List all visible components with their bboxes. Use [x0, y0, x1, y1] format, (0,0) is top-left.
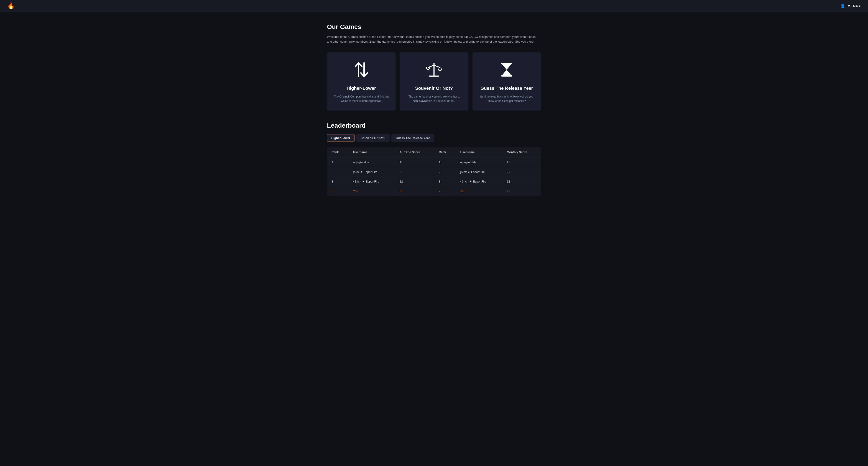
svg-rect-7	[501, 75, 512, 77]
leaderboard-double: Rank Username All Time Score 1 enjoytehr…	[327, 147, 541, 196]
menu-button[interactable]: 👤 MENU≡	[840, 3, 861, 8]
table-row: 2 You 21	[434, 186, 541, 196]
monthly-col-score: Monthly Score	[502, 147, 541, 158]
game-card-release-year[interactable]: Guess The Release Year It's time to go b…	[472, 52, 541, 111]
rank-cell: 2	[327, 186, 348, 196]
game-card-higher-lower[interactable]: Higher-Lower The Original! Compare two s…	[327, 52, 396, 111]
table-row: 2 jAlex ★ EsportFire 21	[434, 167, 541, 177]
svg-line-5	[434, 65, 440, 67]
table-row: 2 You 21	[327, 186, 434, 196]
person-icon: 👤	[840, 3, 845, 8]
tab-release-year[interactable]: Guess The Release Year	[392, 134, 434, 142]
score-cell: 21	[502, 186, 541, 196]
monthly-header-row: Rank Username Monthly Score	[434, 147, 541, 158]
monthly-table: Rank Username Monthly Score 1 enjoytehri…	[434, 147, 541, 196]
game-cards: Higher-Lower The Original! Compare two s…	[327, 52, 541, 111]
leaderboard-alltime: Rank Username All Time Score 1 enjoytehr…	[327, 147, 434, 196]
release-year-desc: It's time to go back in time! How well d…	[479, 94, 535, 103]
game-card-souvenir[interactable]: Souvenir Or Not? The game requires you t…	[400, 52, 468, 111]
rank-cell: 2	[434, 167, 456, 177]
table-row: 3 <3ric> ★ EsportFire 12	[434, 177, 541, 186]
page-title: Our Games	[327, 23, 541, 31]
rank-cell: 3	[327, 177, 348, 186]
username-cell: enjoytehride	[456, 157, 502, 167]
svg-rect-6	[501, 63, 512, 64]
score-cell: 21	[395, 157, 434, 167]
leaderboard-tabs: Higher Lower Souvenir Or Not? Guess The …	[327, 134, 541, 142]
logo[interactable]: 🔥	[7, 2, 14, 9]
score-cell: 12	[502, 177, 541, 186]
table-row: 1 enjoytehride 21	[327, 157, 434, 167]
table-row: 1 enjoytehride 21	[434, 157, 541, 167]
username-cell: enjoytehride	[348, 157, 395, 167]
username-cell: <3ric> ★ EsportFire	[456, 177, 502, 186]
score-cell: 21	[395, 167, 434, 177]
table-row: 2 jAlex ★ EsportFire 21	[327, 167, 434, 177]
alltime-table: Rank Username All Time Score 1 enjoytehr…	[327, 147, 434, 196]
page-description: Welcome to the Games section of the Espo…	[327, 35, 541, 44]
release-year-title: Guess The Release Year	[480, 86, 533, 91]
username-cell: <3ric> ★ EsportFire	[348, 177, 395, 186]
leaderboard-monthly: Rank Username Monthly Score 1 enjoytehri…	[434, 147, 541, 196]
alltime-col-username: Username	[348, 147, 395, 158]
table-row: 3 <3ric> ★ EsportFire 12	[327, 177, 434, 186]
monthly-col-rank: Rank	[434, 147, 456, 158]
arrows-icon	[352, 61, 370, 81]
score-cell: 21	[502, 157, 541, 167]
hourglass-icon	[498, 61, 516, 81]
main-content: Our Games Welcome to the Games section o…	[322, 12, 546, 209]
souvenir-desc: The game requires you to know whether a …	[406, 94, 462, 103]
score-cell: 21	[395, 186, 434, 196]
leaderboard-title: Leaderboard	[327, 122, 541, 129]
alltime-col-rank: Rank	[327, 147, 348, 158]
flame-icon: 🔥	[7, 2, 14, 9]
tab-higher-lower[interactable]: Higher Lower	[327, 134, 354, 142]
alltime-col-score: All Time Score	[395, 147, 434, 158]
leaderboard-table-wrapper: Rank Username All Time Score 1 enjoytehr…	[327, 147, 541, 196]
username-cell: jAlex ★ EsportFire	[456, 167, 502, 177]
scales-icon	[425, 61, 443, 81]
higher-lower-title: Higher-Lower	[347, 86, 376, 91]
rank-cell: 1	[327, 157, 348, 167]
rank-cell: 3	[434, 177, 456, 186]
navbar: 🔥 👤 MENU≡	[0, 0, 868, 12]
rank-cell: 1	[434, 157, 456, 167]
rank-cell: 2	[434, 186, 456, 196]
higher-lower-desc: The Original! Compare two skins and find…	[333, 94, 389, 103]
username-cell: You	[456, 186, 502, 196]
tab-souvenir[interactable]: Souvenir Or Not?	[356, 134, 390, 142]
score-cell: 21	[502, 167, 541, 177]
username-cell: You	[348, 186, 395, 196]
souvenir-title: Souvenir Or Not?	[415, 86, 453, 91]
menu-label[interactable]: MENU≡	[847, 4, 861, 8]
username-cell: jAlex ★ EsportFire	[348, 167, 395, 177]
score-cell: 12	[395, 177, 434, 186]
monthly-col-username: Username	[456, 147, 502, 158]
alltime-header-row: Rank Username All Time Score	[327, 147, 434, 158]
svg-line-4	[428, 65, 434, 67]
rank-cell: 2	[327, 167, 348, 177]
